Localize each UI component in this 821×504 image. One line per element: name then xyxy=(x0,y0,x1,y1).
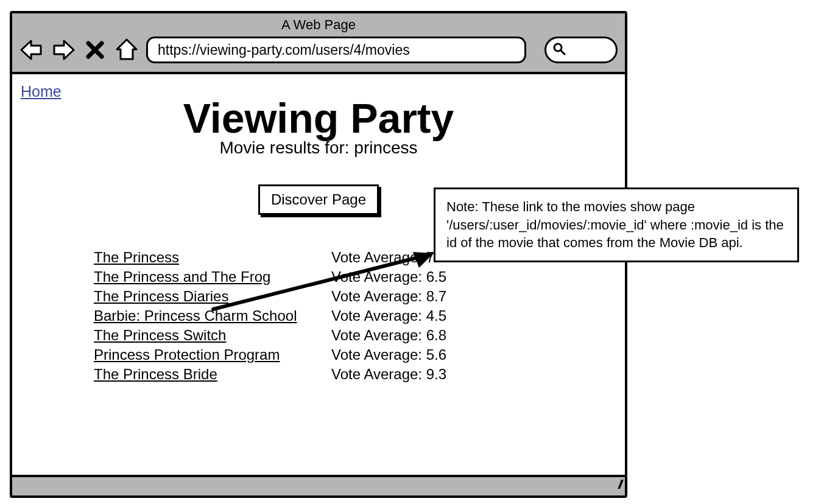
browser-chrome: A Web Page https://viewing-party.com/use… xyxy=(12,13,625,74)
resize-grip-icon[interactable]: // xyxy=(618,478,620,492)
forward-arrow-icon[interactable] xyxy=(51,38,76,62)
movie-link[interactable]: The Princess and The Frog xyxy=(94,268,331,285)
search-icon xyxy=(552,42,566,58)
movie-link[interactable]: The Princess Diaries xyxy=(94,288,331,305)
page-title: Viewing Party xyxy=(21,94,616,142)
svg-line-1 xyxy=(561,51,565,54)
url-bar[interactable]: https://viewing-party.com/users/4/movies xyxy=(146,37,526,63)
url-text: https://viewing-party.com/users/4/movies xyxy=(158,42,410,58)
movie-vote-average: Vote Average: 8.7 xyxy=(331,288,446,305)
annotation-note: Note: These link to the movies show page… xyxy=(434,187,799,262)
movie-link[interactable]: Barbie: Princess Charm School xyxy=(94,307,331,324)
list-item: The Princess and The Frog Vote Average: … xyxy=(94,268,580,285)
movie-vote-average: Vote Average: 7.8 xyxy=(331,249,446,266)
page-subheading: Movie results for: princess xyxy=(21,138,616,158)
movie-link[interactable]: The Princess xyxy=(94,249,331,266)
browser-title: A Web Page xyxy=(19,17,618,33)
list-item: The Princess Switch Vote Average: 6.8 xyxy=(94,327,580,344)
movie-link[interactable]: The Princess Switch xyxy=(94,327,331,344)
search-pill[interactable] xyxy=(544,37,618,63)
annotation-text: Note: These link to the movies show page… xyxy=(446,199,784,250)
list-item: The Princess Bride Vote Average: 9.3 xyxy=(94,366,580,383)
back-arrow-icon[interactable] xyxy=(19,38,44,62)
movie-link[interactable]: Princess Protection Program xyxy=(94,346,331,363)
close-icon[interactable] xyxy=(83,38,107,62)
browser-toolbar: https://viewing-party.com/users/4/movies xyxy=(19,37,618,63)
movie-vote-average: Vote Average: 6.5 xyxy=(331,268,446,285)
home-icon[interactable] xyxy=(115,38,139,62)
movie-results-list: The Princess Vote Average: 7.8 The Princ… xyxy=(94,249,580,383)
movie-vote-average: Vote Average: 6.8 xyxy=(331,327,446,344)
list-item: Barbie: Princess Charm School Vote Avera… xyxy=(94,307,580,324)
movie-vote-average: Vote Average: 4.5 xyxy=(331,307,446,324)
home-link[interactable]: Home xyxy=(21,83,62,100)
browser-statusbar: // xyxy=(12,475,625,495)
list-item: Princess Protection Program Vote Average… xyxy=(94,346,580,363)
movie-vote-average: Vote Average: 5.6 xyxy=(331,346,446,363)
discover-page-button[interactable]: Discover Page xyxy=(258,184,379,215)
list-item: The Princess Diaries Vote Average: 8.7 xyxy=(94,288,580,305)
page-content: Home Viewing Party Movie results for: pr… xyxy=(12,74,625,475)
movie-vote-average: Vote Average: 9.3 xyxy=(331,366,446,383)
movie-link[interactable]: The Princess Bride xyxy=(94,366,331,383)
